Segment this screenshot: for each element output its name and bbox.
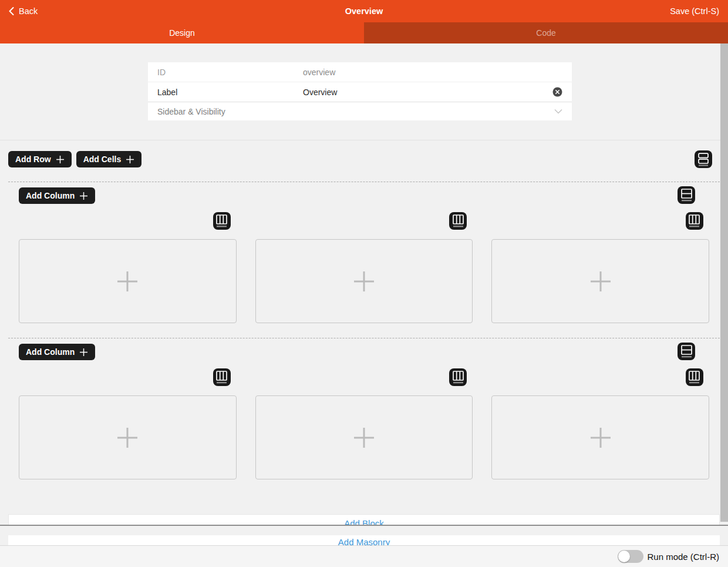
save-button[interactable]: Save (Ctrl-S) — [670, 6, 719, 16]
plus-icon — [126, 155, 134, 164]
chevron-down-icon[interactable] — [554, 109, 562, 114]
toggle-knob-icon — [618, 551, 630, 562]
columns-icon[interactable] — [686, 368, 703, 386]
empty-cell[interactable] — [491, 395, 709, 479]
sidebar-visibility-row[interactable]: Sidebar & Visibility — [148, 102, 572, 120]
sidebar-visibility-label: Sidebar & Visibility — [157, 107, 225, 116]
split-row-icon[interactable] — [678, 343, 695, 360]
add-row-button[interactable]: Add Row — [8, 151, 72, 167]
columns-icon[interactable] — [449, 212, 467, 230]
columns-icon[interactable] — [213, 212, 231, 230]
plus-icon — [353, 427, 375, 448]
add-masonry-button[interactable]: Add Masonry — [8, 535, 720, 545]
cells-row — [19, 239, 709, 323]
empty-cell[interactable] — [19, 239, 237, 323]
add-row-label: Add Row — [15, 155, 51, 164]
builder-toolbar: Add Row Add Cells — [0, 140, 728, 182]
empty-cell[interactable] — [19, 395, 237, 479]
plus-icon — [79, 348, 88, 357]
plus-icon — [56, 155, 65, 164]
form-row-label[interactable]: Label Overview — [148, 82, 572, 102]
add-column-button[interactable]: Add Column — [19, 187, 95, 204]
id-field-label: ID — [157, 68, 303, 77]
tab-design[interactable]: Design — [0, 22, 364, 43]
chevron-left-icon — [9, 7, 14, 15]
back-button[interactable]: Back — [9, 6, 38, 16]
label-field-label: Label — [157, 88, 303, 97]
columns-icon[interactable] — [686, 212, 703, 230]
plus-icon — [117, 271, 138, 292]
plus-icon — [353, 271, 375, 292]
cells-row — [19, 395, 709, 479]
plus-icon — [590, 427, 611, 448]
page-settings-card: ID overview Label Overview Sidebar & Vis… — [148, 62, 572, 120]
status-bar: Run mode (Ctrl-R) — [0, 545, 728, 567]
empty-cell[interactable] — [255, 395, 473, 479]
tab-code[interactable]: Code — [364, 22, 728, 43]
columns-icon[interactable] — [213, 368, 231, 386]
plus-icon — [117, 427, 138, 448]
design-canvas: ID overview Label Overview Sidebar & Vis… — [0, 43, 728, 525]
run-mode-label: Run mode (Ctrl-R) — [647, 552, 719, 562]
form-row-id[interactable]: ID overview — [148, 62, 572, 82]
builder-row-2: Add Column — [8, 338, 720, 494]
label-field-value[interactable]: Overview — [303, 88, 552, 97]
masonry-section: Add Masonry — [0, 526, 728, 545]
cell-icon-row — [19, 212, 709, 230]
back-label: Back — [19, 6, 38, 16]
vertical-scrollbar[interactable] — [720, 43, 728, 522]
add-column-label: Add Column — [26, 347, 75, 357]
split-row-icon[interactable] — [678, 186, 695, 204]
add-cells-button[interactable]: Add Cells — [76, 151, 142, 167]
plus-icon — [590, 271, 611, 292]
plus-icon — [79, 192, 88, 200]
add-cells-label: Add Cells — [83, 155, 122, 164]
builder-row-1: Add Column — [8, 182, 720, 338]
add-block-button[interactable]: Add Block — [8, 514, 720, 525]
empty-cell[interactable] — [255, 239, 473, 323]
clear-circle-icon[interactable] — [552, 87, 562, 97]
add-column-label: Add Column — [26, 191, 75, 200]
page-title: Overview — [345, 6, 383, 16]
empty-cell[interactable] — [491, 239, 709, 323]
tab-bar: Design Code — [0, 22, 728, 43]
run-mode-toggle[interactable] — [618, 550, 643, 563]
add-column-button[interactable]: Add Column — [19, 344, 95, 360]
columns-icon[interactable] — [449, 368, 467, 386]
cell-icon-row — [19, 368, 709, 386]
stacked-rows-icon[interactable] — [695, 150, 712, 168]
app-header: Back Overview Save (Ctrl-S) — [0, 0, 728, 22]
id-field-value[interactable]: overview — [303, 68, 562, 77]
